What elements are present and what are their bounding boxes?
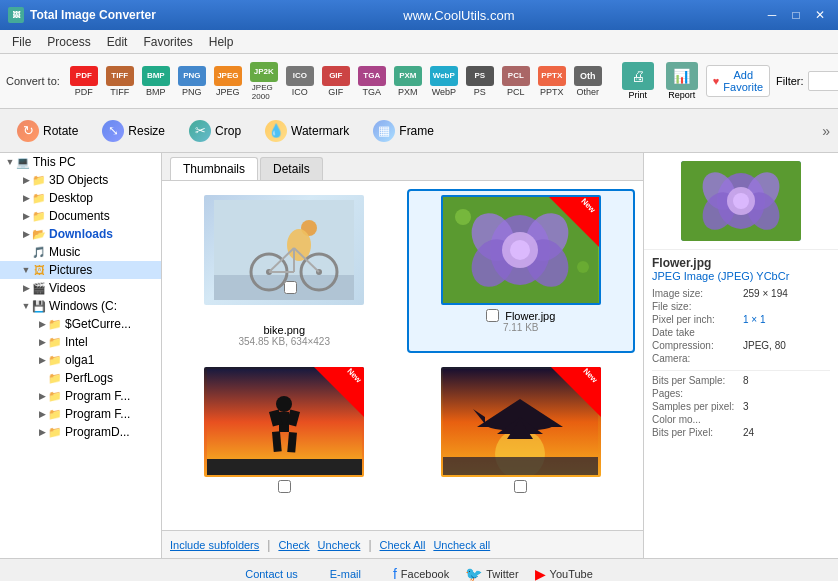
format-ico[interactable]: ICO ICO — [284, 63, 316, 100]
sidebar-item-olga1[interactable]: ▶ 📁 olga1 — [0, 351, 161, 369]
format-ps[interactable]: PS PS — [464, 63, 496, 100]
sidebar-item-downloads[interactable]: ▶ 📂 Downloads — [0, 225, 161, 243]
format-tga[interactable]: TGA TGA — [356, 63, 388, 100]
rotate-label: Rotate — [43, 124, 78, 138]
frame-button[interactable]: ▦ Frame — [364, 115, 443, 147]
resize-button[interactable]: ⤡ Resize — [93, 115, 174, 147]
plane-checkbox[interactable] — [514, 480, 527, 493]
pxm-label: PXM — [398, 87, 418, 97]
format-pdf[interactable]: PDF PDF — [68, 63, 100, 100]
program-p2-arrow[interactable]: ▶ — [36, 408, 48, 420]
flower-size: 7.11 KB — [503, 322, 539, 333]
thumbnail-item-flower[interactable]: New — [407, 189, 636, 353]
intel-arrow[interactable]: ▶ — [36, 336, 48, 348]
expand-icon[interactable]: » — [822, 123, 830, 139]
sidebar-item-perflogs[interactable]: 📁 PerfLogs — [0, 369, 161, 387]
silhouette-checkbox[interactable] — [278, 480, 291, 493]
format-webp[interactable]: WebP WebP — [428, 63, 460, 100]
format-pcl[interactable]: PCL PCL — [500, 63, 532, 100]
format-pptx[interactable]: PPTX PPTX — [536, 63, 568, 100]
sidebar-item-intel[interactable]: ▶ 📁 Intel — [0, 333, 161, 351]
windows-c-arrow[interactable]: ▼ — [20, 300, 32, 312]
include-subfolders-btn[interactable]: Include subfolders — [170, 539, 259, 551]
menu-favorites[interactable]: Favorites — [135, 33, 200, 51]
tab-details[interactable]: Details — [260, 157, 323, 180]
gif-label: GIF — [328, 87, 343, 97]
webp-label: WebP — [432, 87, 456, 97]
getcurre-arrow[interactable]: ▶ — [36, 318, 48, 330]
crop-button[interactable]: ✂ Crop — [180, 115, 250, 147]
sidebar-item-pictures[interactable]: ▼ 🖼 Pictures — [0, 261, 161, 279]
format-bmp[interactable]: BMP BMP — [140, 63, 172, 100]
maximize-button[interactable]: □ — [786, 5, 806, 25]
sidebar-item-this-pc[interactable]: ▼ 💻 This PC — [0, 153, 161, 171]
check-all-btn[interactable]: Check All — [380, 539, 426, 551]
music-arrow[interactable] — [20, 246, 32, 258]
menu-file[interactable]: File — [4, 33, 39, 51]
sidebar-item-videos[interactable]: ▶ 🎬 Videos — [0, 279, 161, 297]
program-p1-arrow[interactable]: ▶ — [36, 390, 48, 402]
perflogs-arrow[interactable] — [36, 372, 48, 384]
minimize-button[interactable]: ─ — [762, 5, 782, 25]
format-jpeg[interactable]: JPEG JPEG — [212, 63, 244, 100]
flower-checkbox[interactable] — [486, 309, 499, 322]
thumbnail-item-bike[interactable]: bike.png 354.85 KB, 634×423 — [170, 189, 399, 353]
sidebar-item-documents[interactable]: ▶ 📁 Documents — [0, 207, 161, 225]
thumbnail-item-silhouette[interactable]: New — [170, 361, 399, 499]
png-label: PNG — [182, 87, 202, 97]
content-area: Thumbnails Details — [162, 153, 643, 558]
format-pxm[interactable]: PXM PXM — [392, 63, 424, 100]
documents-arrow[interactable]: ▶ — [20, 210, 32, 222]
email-link[interactable]: E-mail — [330, 568, 361, 580]
facebook-link[interactable]: f Facebook — [393, 566, 449, 582]
sidebar-item-3d-objects[interactable]: ▶ 📁 3D Objects — [0, 171, 161, 189]
videos-arrow[interactable]: ▶ — [20, 282, 32, 294]
desktop-arrow[interactable]: ▶ — [20, 192, 32, 204]
format-jp2k[interactable]: JP2K JPEG 2000 — [248, 59, 280, 104]
thumbnail-item-plane[interactable]: New — [407, 361, 636, 499]
program-p1-icon: 📁 — [48, 389, 62, 403]
bike-checkbox[interactable] — [284, 281, 297, 294]
check-btn[interactable]: Check — [278, 539, 309, 551]
pictures-arrow[interactable]: ▼ — [20, 264, 32, 276]
sidebar-item-program-p1[interactable]: ▶ 📁 Program F... — [0, 387, 161, 405]
downloads-icon: 📂 — [32, 227, 46, 241]
sidebar-item-desktop[interactable]: ▶ 📁 Desktop — [0, 189, 161, 207]
olga1-arrow[interactable]: ▶ — [36, 354, 48, 366]
close-button[interactable]: ✕ — [810, 5, 830, 25]
menu-edit[interactable]: Edit — [99, 33, 136, 51]
format-png[interactable]: PNG PNG — [176, 63, 208, 100]
image-size-value: 259 × 194 — [743, 288, 830, 299]
uncheck-all-btn[interactable]: Uncheck all — [433, 539, 490, 551]
thumb-img-plane: New — [441, 367, 601, 477]
twitter-link[interactable]: 🐦 Twitter — [465, 566, 518, 582]
format-tiff[interactable]: TIFF TIFF — [104, 63, 136, 100]
format-other[interactable]: Oth Other — [572, 63, 604, 100]
add-favorite-button[interactable]: ♥ Add Favorite — [706, 65, 770, 97]
format-gif[interactable]: GIF GIF — [320, 63, 352, 100]
contact-us-link[interactable]: Contact us — [245, 568, 298, 580]
sidebar-item-programd[interactable]: ▶ 📁 ProgramD... — [0, 423, 161, 441]
tab-thumbnails[interactable]: Thumbnails — [170, 157, 258, 180]
print-button[interactable]: 🖨 Print — [618, 58, 658, 104]
date-taken-value — [743, 327, 830, 338]
sidebar-item-windows-c[interactable]: ▼ 💾 Windows (C: — [0, 297, 161, 315]
heart-icon: ♥ — [713, 75, 720, 87]
filter-input[interactable] — [808, 71, 838, 91]
menu-process[interactable]: Process — [39, 33, 98, 51]
programd-arrow[interactable]: ▶ — [36, 426, 48, 438]
sidebar-item-getcurre[interactable]: ▶ 📁 $GetCurre... — [0, 315, 161, 333]
sidebar-item-music[interactable]: 🎵 Music — [0, 243, 161, 261]
rotate-button[interactable]: ↻ Rotate — [8, 115, 87, 147]
downloads-arrow[interactable]: ▶ — [20, 228, 32, 240]
uncheck-btn[interactable]: Uncheck — [318, 539, 361, 551]
music-label: Music — [49, 245, 80, 259]
this-pc-arrow[interactable]: ▼ — [4, 156, 16, 168]
app-icon: 🖼 — [8, 7, 24, 23]
youtube-link[interactable]: ▶ YouTube — [535, 566, 593, 582]
3d-objects-arrow[interactable]: ▶ — [20, 174, 32, 186]
report-button[interactable]: 📊 Report — [662, 58, 702, 104]
watermark-button[interactable]: 💧 Watermark — [256, 115, 358, 147]
sidebar-item-program-p2[interactable]: ▶ 📁 Program F... — [0, 405, 161, 423]
menu-help[interactable]: Help — [201, 33, 242, 51]
